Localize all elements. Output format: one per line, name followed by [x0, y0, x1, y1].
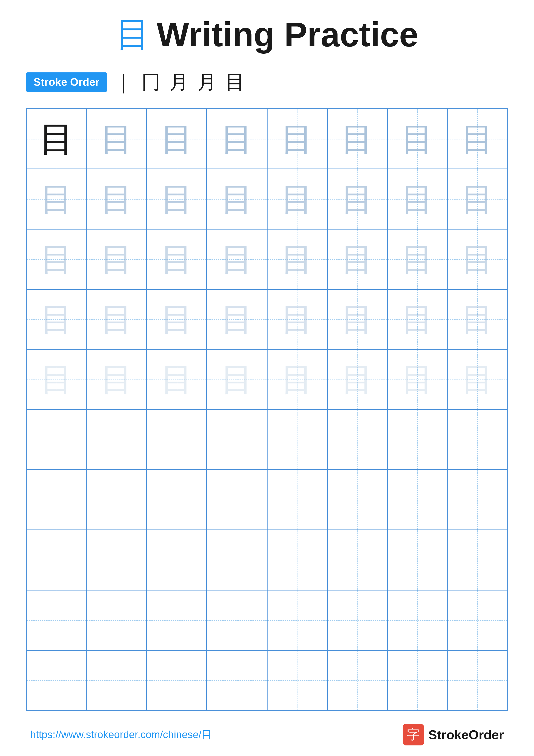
grid-cell-r2c2[interactable]: 目 [87, 169, 147, 229]
grid-cell-r9c4[interactable] [207, 590, 267, 650]
grid-cell-r5c1[interactable]: 目 [27, 350, 87, 410]
grid-cell-r8c8[interactable] [447, 530, 507, 590]
grid-cell-r9c6[interactable] [327, 590, 387, 650]
grid-cell-r3c5[interactable]: 目 [267, 229, 327, 289]
char-ghost: 目 [401, 303, 433, 336]
grid-cell-r1c5[interactable]: 目 [267, 109, 327, 169]
grid-cell-r10c4[interactable] [207, 650, 267, 710]
grid-cell-r6c4[interactable] [207, 410, 267, 470]
grid-cell-r8c1[interactable] [27, 530, 87, 590]
grid-cell-r7c6[interactable] [327, 470, 387, 530]
char-ghost: 目 [221, 123, 253, 155]
grid-cell-r6c2[interactable] [87, 410, 147, 470]
grid-cell-r2c1[interactable]: 目 [27, 169, 87, 229]
grid-cell-r8c6[interactable] [327, 530, 387, 590]
grid-cell-r9c5[interactable] [267, 590, 327, 650]
grid-cell-r5c3[interactable]: 目 [147, 350, 207, 410]
grid-cell-r2c8[interactable]: 目 [447, 169, 507, 229]
grid-cell-r3c3[interactable]: 目 [147, 229, 207, 289]
char-ghost: 目 [161, 363, 193, 396]
char-ghost: 目 [40, 363, 73, 396]
grid-cell-r5c2[interactable]: 目 [87, 350, 147, 410]
grid-cell-r4c2[interactable]: 目 [87, 289, 147, 349]
grid-cell-r4c6[interactable]: 目 [327, 289, 387, 349]
grid-cell-r6c7[interactable] [387, 410, 447, 470]
char-ghost: 目 [101, 303, 133, 336]
grid-cell-r7c1[interactable] [27, 470, 87, 530]
char-ghost: 目 [221, 243, 253, 275]
grid-cell-r9c7[interactable] [387, 590, 447, 650]
grid-cell-r1c7[interactable]: 目 [387, 109, 447, 169]
grid-cell-r1c1[interactable]: 目 [27, 109, 87, 169]
grid-cell-r5c8[interactable]: 目 [447, 350, 507, 410]
grid-cell-r1c2[interactable]: 目 [87, 109, 147, 169]
grid-cell-r9c1[interactable] [27, 590, 87, 650]
footer-logo: 字 StrokeOrder [403, 724, 504, 745]
grid-cell-r3c2[interactable]: 目 [87, 229, 147, 289]
grid-cell-r10c5[interactable] [267, 650, 327, 710]
grid-cell-r1c4[interactable]: 目 [207, 109, 267, 169]
grid-cell-r7c4[interactable] [207, 470, 267, 530]
grid-cell-r5c4[interactable]: 目 [207, 350, 267, 410]
grid-cell-r2c6[interactable]: 目 [327, 169, 387, 229]
grid-cell-r8c4[interactable] [207, 530, 267, 590]
char-ghost: 目 [401, 363, 433, 396]
grid-cell-r4c8[interactable]: 目 [447, 289, 507, 349]
grid-cell-r4c1[interactable]: 目 [27, 289, 87, 349]
grid-cell-r3c8[interactable]: 目 [447, 229, 507, 289]
grid-cell-r1c6[interactable]: 目 [327, 109, 387, 169]
grid-cell-r3c6[interactable]: 目 [327, 229, 387, 289]
grid-cell-r9c8[interactable] [447, 590, 507, 650]
grid-cell-r5c7[interactable]: 目 [387, 350, 447, 410]
grid-cell-r4c5[interactable]: 目 [267, 289, 327, 349]
char-ghost: 目 [161, 183, 193, 215]
grid-cell-r1c3[interactable]: 目 [147, 109, 207, 169]
grid-cell-r8c2[interactable] [87, 530, 147, 590]
stroke-steps: ｜ 冂 月 月 目 [114, 69, 245, 95]
grid-cell-r10c7[interactable] [387, 650, 447, 710]
char-ghost: 目 [401, 243, 433, 275]
footer-url[interactable]: https://www.strokeorder.com/chinese/目 [30, 728, 212, 742]
grid-cell-r10c1[interactable] [27, 650, 87, 710]
grid-cell-r10c8[interactable] [447, 650, 507, 710]
grid-cell-r8c3[interactable] [147, 530, 207, 590]
grid-cell-r9c3[interactable] [147, 590, 207, 650]
grid-cell-r6c1[interactable] [27, 410, 87, 470]
grid-cell-r2c4[interactable]: 目 [207, 169, 267, 229]
grid-cell-r3c4[interactable]: 目 [207, 229, 267, 289]
grid-cell-r3c7[interactable]: 目 [387, 229, 447, 289]
stroke-step-2: 冂 [141, 69, 161, 95]
grid-cell-r3c1[interactable]: 目 [27, 229, 87, 289]
grid-cell-r6c5[interactable] [267, 410, 327, 470]
grid-cell-r9c2[interactable] [87, 590, 147, 650]
grid-cell-r6c8[interactable] [447, 410, 507, 470]
grid-cell-r10c6[interactable] [327, 650, 387, 710]
char-ghost: 目 [40, 243, 73, 275]
page: 目 Writing Practice Stroke Order ｜ 冂 月 月 … [0, 0, 534, 756]
grid-cell-r1c8[interactable]: 目 [447, 109, 507, 169]
grid-cell-r7c3[interactable] [147, 470, 207, 530]
grid-cell-r6c3[interactable] [147, 410, 207, 470]
grid-cell-r10c3[interactable] [147, 650, 207, 710]
grid-cell-r7c7[interactable] [387, 470, 447, 530]
stroke-step-5: 目 [225, 69, 245, 95]
grid-cell-r2c5[interactable]: 目 [267, 169, 327, 229]
grid-cell-r7c5[interactable] [267, 470, 327, 530]
stroke-step-4: 月 [197, 69, 217, 95]
grid-cell-r8c7[interactable] [387, 530, 447, 590]
grid-cell-r5c5[interactable]: 目 [267, 350, 327, 410]
char-ghost: 目 [101, 243, 133, 275]
char-ghost: 目 [40, 183, 73, 215]
grid-cell-r8c5[interactable] [267, 530, 327, 590]
grid-cell-r2c7[interactable]: 目 [387, 169, 447, 229]
grid-cell-r4c3[interactable]: 目 [147, 289, 207, 349]
grid-cell-r7c2[interactable] [87, 470, 147, 530]
grid-cell-r4c4[interactable]: 目 [207, 289, 267, 349]
grid-cell-r5c6[interactable]: 目 [327, 350, 387, 410]
char-ghost: 目 [101, 363, 133, 396]
grid-cell-r2c3[interactable]: 目 [147, 169, 207, 229]
grid-cell-r4c7[interactable]: 目 [387, 289, 447, 349]
grid-cell-r7c8[interactable] [447, 470, 507, 530]
grid-cell-r6c6[interactable] [327, 410, 387, 470]
grid-cell-r10c2[interactable] [87, 650, 147, 710]
